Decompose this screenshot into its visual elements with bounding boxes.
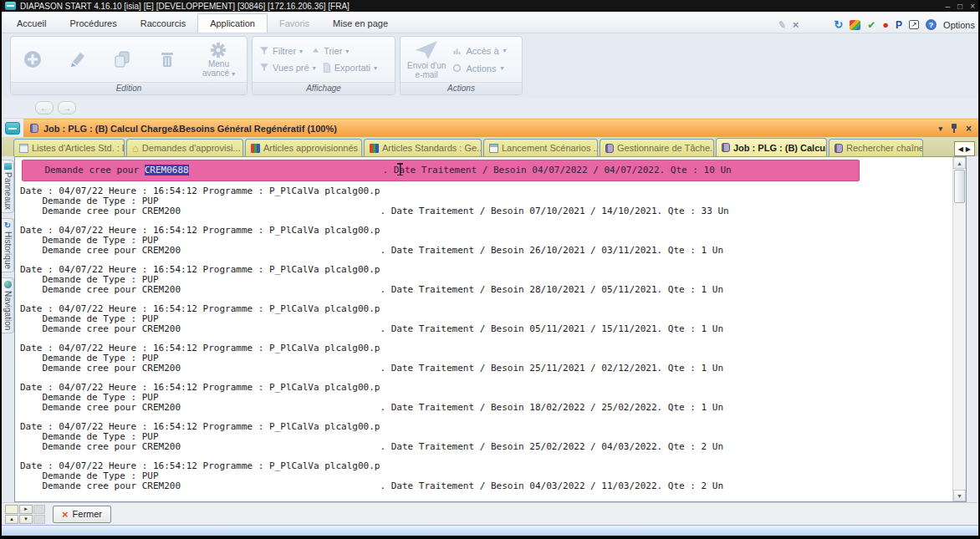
page-icon [323, 63, 331, 73]
delete-button[interactable] [157, 49, 177, 69]
book-icon [605, 144, 614, 153]
scrollbar-thumb[interactable] [954, 170, 965, 203]
scrollbar-track[interactable] [953, 204, 966, 490]
highlighted-log-line[interactable]: Demande cree pour CREM0688 . Date Traite… [22, 160, 860, 181]
filter-button[interactable]: Filtrer [273, 46, 296, 56]
vertical-scrollbar[interactable]: ▲ ▼ [952, 157, 966, 501]
help-icon[interactable]: ? [926, 19, 937, 30]
theme-palette-icon[interactable] [850, 20, 860, 30]
validate-icon[interactable]: ✔ [867, 20, 875, 30]
chart-icon [452, 47, 462, 55]
log-line: Date : 04/07/22 Heure : 16:54:12 Program… [20, 422, 952, 432]
record-icon[interactable]: ● [882, 20, 889, 30]
tab-scroll-right-icon[interactable]: ▶ [966, 145, 971, 153]
log-entry: Date : 04/07/22 Heure : 16:54:12 Program… [20, 383, 952, 413]
menu-tab-accueil[interactable]: Accueil [5, 14, 58, 33]
menu-tab-mise-en-page[interactable]: Mise en page [321, 14, 400, 33]
menu-tab-raccourcis[interactable]: Raccourcis [129, 14, 197, 33]
job-close-icon[interactable]: × [966, 123, 972, 135]
chevron-down-icon[interactable]: ▾ [503, 47, 507, 54]
menu-tab-procedures[interactable]: Procédures [58, 14, 128, 33]
external-window-icon[interactable]: ↗ [909, 20, 919, 29]
log-line: Demande cree pour CREM200 . Date Traitem… [20, 206, 952, 216]
log-blocks: Date : 04/07/22 Heure : 16:54:12 Program… [20, 186, 952, 491]
panel-corner [2, 119, 23, 137]
export-button[interactable]: Exportati [334, 63, 370, 73]
cube-icon [370, 144, 379, 153]
restore-button[interactable]: □ [957, 2, 962, 11]
list-icon [19, 144, 28, 153]
window-bottom-edge [2, 536, 978, 539]
rec-first-button[interactable] [5, 505, 18, 514]
tab-scroll-left-icon[interactable]: ◀ [958, 145, 963, 153]
advanced-menu-button[interactable]: Menu avancé ▾ [202, 41, 235, 79]
doc-tab-5[interactable]: Lancement Scénarios ... [483, 139, 598, 156]
log-line: Date : 04/07/22 Heure : 16:54:12 Program… [20, 186, 952, 196]
forward-button[interactable]: → [58, 101, 76, 114]
preset-views-button[interactable]: Vues pré [273, 63, 309, 73]
doc-tab-3[interactable]: Articles approvisionnés [245, 139, 362, 156]
rec-up-button[interactable]: ▲ [5, 515, 18, 524]
group-label-actions: Actions [401, 82, 522, 94]
chevron-down-icon[interactable]: ▾ [313, 64, 316, 72]
window-title: DIAPASON START 4.16.10 [isia] [E] [DEVEL… [20, 2, 350, 11]
pin-icon[interactable] [951, 124, 957, 133]
edit-pencil-icon[interactable]: ✎ [778, 19, 787, 30]
add-button[interactable] [23, 49, 43, 69]
rec-spacer [33, 515, 45, 524]
procedure-p-icon[interactable]: P [896, 20, 902, 30]
rec-down-button[interactable]: ▼ [19, 515, 33, 524]
side-tab-historique[interactable]: ↻Historique [2, 218, 14, 272]
menu-tab-favoris[interactable]: Favoris [268, 14, 321, 33]
scroll-down-icon[interactable]: ▼ [953, 490, 966, 501]
side-tab-panneaux[interactable]: Panneaux [2, 160, 14, 213]
doc-tab-7[interactable]: Job : PLG : (B) Calcul ... [716, 138, 827, 156]
chevron-down-icon[interactable]: ▾ [374, 64, 377, 72]
copy-button[interactable] [112, 49, 132, 69]
globe-icon [4, 281, 12, 288]
chevron-down-icon[interactable]: ▾ [345, 48, 349, 55]
sort-button[interactable]: Trier [324, 46, 342, 56]
doc-tab-label: Rechercher chaîne [846, 143, 923, 153]
options-button[interactable]: Options [943, 20, 975, 30]
log-entry: Date : 04/07/22 Heure : 16:54:12 Program… [20, 343, 952, 374]
selected-text: CREM0688 [145, 165, 189, 175]
filter-icon [259, 46, 269, 56]
chevron-down-icon[interactable]: ▾ [299, 48, 303, 55]
close-x-icon: × [62, 508, 69, 521]
record-nav: ► ▲ ▼ [5, 505, 45, 524]
edit-button[interactable] [68, 49, 88, 69]
chevron-down-icon[interactable]: ▾ [500, 64, 503, 72]
log-line: Demande cree pour CREM200 . Date Traitem… [20, 403, 952, 413]
collapse-panel-button[interactable] [5, 122, 20, 135]
send-email-button[interactable]: Envoi d'un e-mail [407, 39, 446, 79]
job-dropdown-icon[interactable]: ▾ [938, 125, 942, 133]
doc-tab-1[interactable]: Listes d'Articles Std. : L... [13, 139, 125, 156]
doc-tab-8[interactable]: Rechercher chaîne [829, 139, 923, 156]
menu-tab-application[interactable]: Application [197, 13, 268, 33]
doc-tab-4[interactable]: Articles Standards : Ge... [364, 139, 482, 156]
app-icon [5, 2, 16, 10]
edit-cancel-icon[interactable]: × [793, 20, 799, 30]
fermer-button[interactable]: × Fermer [53, 506, 111, 523]
log-line: Date : 04/07/22 Heure : 16:54:12 Program… [20, 226, 952, 236]
side-tab-navigation[interactable]: Navigation [2, 277, 14, 333]
refresh-icon[interactable]: ↻ [834, 20, 843, 30]
rec-next-button[interactable]: ► [19, 505, 33, 514]
back-button[interactable]: ← [35, 101, 54, 114]
access-to-button[interactable]: Accès à [466, 46, 498, 56]
log-line: Demande cree pour CREM200 . Date Traitem… [20, 285, 952, 295]
copy-icon [112, 49, 132, 69]
doc-tab-2[interactable]: ⌂Demandes d'approvisi... [126, 139, 243, 156]
scroll-up-icon[interactable]: ▲ [953, 157, 966, 169]
doc-tab-label: Articles Standards : Ge... [382, 143, 482, 153]
sort-icon [311, 47, 320, 55]
doc-tab-6[interactable]: Gestionnaire de Tâche... [600, 139, 714, 156]
actions-menu-button[interactable]: Actions [466, 64, 496, 74]
doc-tab-label: Lancement Scénarios ... [502, 143, 598, 153]
ribbon-group-affichage: Filtrer ▾ Trier ▾ Vues pré ▾ Exportati ▾ [252, 36, 396, 95]
close-button[interactable]: × [970, 2, 975, 11]
minimize-button[interactable]: – [946, 2, 951, 11]
log-content[interactable]: Demande cree pour CREM0688 . Date Traite… [15, 157, 952, 501]
fermer-label: Fermer [73, 509, 102, 519]
